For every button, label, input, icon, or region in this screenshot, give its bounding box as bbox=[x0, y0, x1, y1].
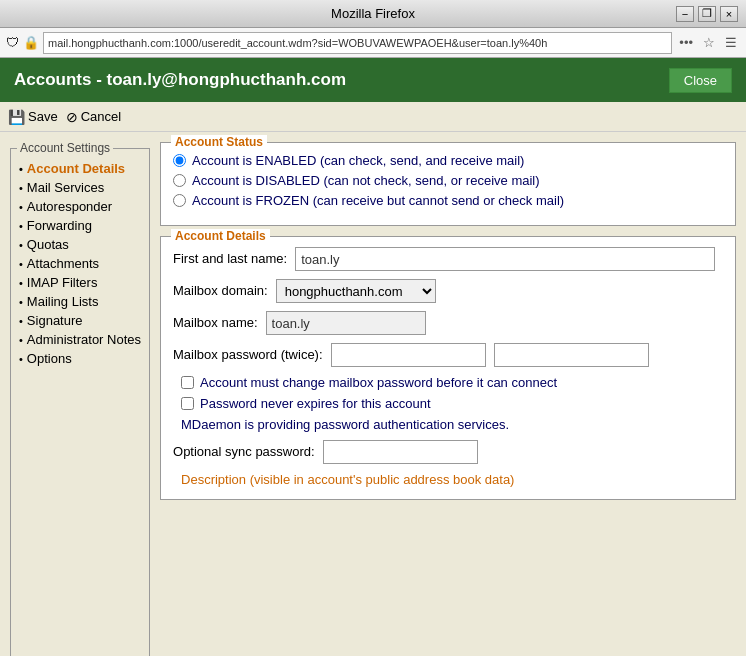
titlebar: Mozilla Firefox − ❐ × bbox=[0, 0, 746, 28]
sidebar-item-label: Account Details bbox=[27, 161, 125, 176]
close-window-button[interactable]: × bbox=[720, 6, 738, 22]
mailbox-domain-label: Mailbox domain: bbox=[173, 279, 268, 298]
bullet-icon: • bbox=[19, 296, 23, 308]
mdaemon-note: MDaemon is providing password authentica… bbox=[181, 417, 723, 432]
sidebar-item[interactable]: • Options bbox=[19, 349, 141, 368]
status-radio[interactable] bbox=[173, 174, 186, 187]
bullet-icon: • bbox=[19, 163, 23, 175]
window-title: Mozilla Firefox bbox=[331, 6, 415, 21]
status-option: Account is ENABLED (can check, send, and… bbox=[173, 153, 723, 168]
status-options: Account is ENABLED (can check, send, and… bbox=[173, 153, 723, 208]
sidebar-item[interactable]: • Signature bbox=[19, 311, 141, 330]
close-button[interactable]: Close bbox=[669, 68, 732, 93]
sidebar-item[interactable]: • IMAP Filters bbox=[19, 273, 141, 292]
account-status-section: Account Status Account is ENABLED (can c… bbox=[160, 142, 736, 226]
restore-button[interactable]: ❐ bbox=[698, 6, 716, 22]
mailbox-domain-select[interactable]: hongphucthanh.com bbox=[276, 279, 436, 303]
cancel-icon: ⊘ bbox=[66, 109, 78, 125]
bullet-icon: • bbox=[19, 201, 23, 213]
first-last-name-label: First and last name: bbox=[173, 247, 287, 266]
sidebar-item-label: Options bbox=[27, 351, 72, 366]
must-change-label: Account must change mailbox password bef… bbox=[200, 375, 557, 390]
sidebar-item-label: Forwarding bbox=[27, 218, 92, 233]
main-content: Account Settings • Account Details• Mail… bbox=[0, 132, 746, 656]
app-header: Accounts - toan.ly@hongphucthanh.com Clo… bbox=[0, 58, 746, 102]
status-radio[interactable] bbox=[173, 194, 186, 207]
sidebar: Account Settings • Account Details• Mail… bbox=[10, 148, 150, 656]
status-radio[interactable] bbox=[173, 154, 186, 167]
description-note: Description (visible in account's public… bbox=[181, 472, 723, 487]
sidebar-item[interactable]: • Forwarding bbox=[19, 216, 141, 235]
status-option: Account is DISABLED (can not check, send… bbox=[173, 173, 723, 188]
sidebar-item[interactable]: • Mail Services bbox=[19, 178, 141, 197]
sidebar-item-label: Administrator Notes bbox=[27, 332, 141, 347]
sidebar-item-label: Quotas bbox=[27, 237, 69, 252]
status-option: Account is FROZEN (can receive but canno… bbox=[173, 193, 723, 208]
status-label: Account is FROZEN (can receive but canno… bbox=[192, 193, 564, 208]
optional-sync-row: Optional sync password: bbox=[173, 440, 723, 464]
must-change-row: Account must change mailbox password bef… bbox=[181, 375, 723, 390]
bullet-icon: • bbox=[19, 220, 23, 232]
password-input-2[interactable] bbox=[494, 343, 649, 367]
shield-icon: 🛡 bbox=[6, 35, 19, 50]
lock-icon: 🔒 bbox=[23, 35, 39, 50]
save-icon: 💾 bbox=[8, 109, 25, 125]
sidebar-items: • Account Details• Mail Services• Autore… bbox=[19, 159, 141, 368]
status-label: Account is ENABLED (can check, send, and… bbox=[192, 153, 524, 168]
bullet-icon: • bbox=[19, 258, 23, 270]
save-label: Save bbox=[28, 109, 58, 124]
save-button[interactable]: 💾 Save bbox=[8, 109, 58, 125]
url-input[interactable] bbox=[43, 32, 672, 54]
first-last-name-input[interactable] bbox=[295, 247, 715, 271]
optional-sync-label: Optional sync password: bbox=[173, 440, 315, 459]
bullet-icon: • bbox=[19, 182, 23, 194]
sidebar-item[interactable]: • Attachments bbox=[19, 254, 141, 273]
bookmark-button[interactable]: ☆ bbox=[700, 35, 718, 50]
cancel-label: Cancel bbox=[81, 109, 121, 124]
toolbar: 💾 Save ⊘ Cancel bbox=[0, 102, 746, 132]
first-last-name-row: First and last name: bbox=[173, 247, 723, 271]
never-expires-checkbox[interactable] bbox=[181, 397, 194, 410]
sidebar-item[interactable]: • Administrator Notes bbox=[19, 330, 141, 349]
sidebar-item-label: Autoresponder bbox=[27, 199, 112, 214]
password-input-1[interactable] bbox=[331, 343, 486, 367]
menu-button[interactable]: ☰ bbox=[722, 35, 740, 50]
sidebar-item-label: Mailing Lists bbox=[27, 294, 99, 309]
mailbox-password-row: Mailbox password (twice): bbox=[173, 343, 723, 367]
must-change-checkbox[interactable] bbox=[181, 376, 194, 389]
sidebar-item[interactable]: • Account Details bbox=[19, 159, 141, 178]
status-label: Account is DISABLED (can not check, send… bbox=[192, 173, 540, 188]
app-title: Accounts - toan.ly@hongphucthanh.com bbox=[14, 70, 346, 90]
bullet-icon: • bbox=[19, 277, 23, 289]
sidebar-item[interactable]: • Mailing Lists bbox=[19, 292, 141, 311]
sidebar-group-label: Account Settings bbox=[17, 141, 113, 155]
bullet-icon: • bbox=[19, 315, 23, 327]
mailbox-password-label: Mailbox password (twice): bbox=[173, 343, 323, 362]
minimize-button[interactable]: − bbox=[676, 6, 694, 22]
bullet-icon: • bbox=[19, 239, 23, 251]
optional-sync-input[interactable] bbox=[323, 440, 478, 464]
sidebar-item-label: Mail Services bbox=[27, 180, 104, 195]
account-status-label: Account Status bbox=[171, 135, 267, 149]
sidebar-item[interactable]: • Autoresponder bbox=[19, 197, 141, 216]
never-expires-label: Password never expires for this account bbox=[200, 396, 431, 411]
cancel-button[interactable]: ⊘ Cancel bbox=[66, 109, 121, 125]
right-panel: Account Status Account is ENABLED (can c… bbox=[160, 142, 736, 656]
bullet-icon: • bbox=[19, 334, 23, 346]
sidebar-item-label: IMAP Filters bbox=[27, 275, 98, 290]
sidebar-item[interactable]: • Quotas bbox=[19, 235, 141, 254]
addressbar: 🛡 🔒 ••• ☆ ☰ bbox=[0, 28, 746, 58]
window-controls: − ❐ × bbox=[676, 6, 738, 22]
bullet-icon: • bbox=[19, 353, 23, 365]
mailbox-domain-row: Mailbox domain: hongphucthanh.com bbox=[173, 279, 723, 303]
mailbox-name-label: Mailbox name: bbox=[173, 311, 258, 330]
mailbox-name-row: Mailbox name: bbox=[173, 311, 723, 335]
account-details-label: Account Details bbox=[171, 229, 270, 243]
mailbox-name-input[interactable] bbox=[266, 311, 426, 335]
more-button[interactable]: ••• bbox=[676, 35, 696, 50]
sidebar-item-label: Signature bbox=[27, 313, 83, 328]
account-details-section: Account Details First and last name: Mai… bbox=[160, 236, 736, 500]
never-expires-row: Password never expires for this account bbox=[181, 396, 723, 411]
sidebar-item-label: Attachments bbox=[27, 256, 99, 271]
